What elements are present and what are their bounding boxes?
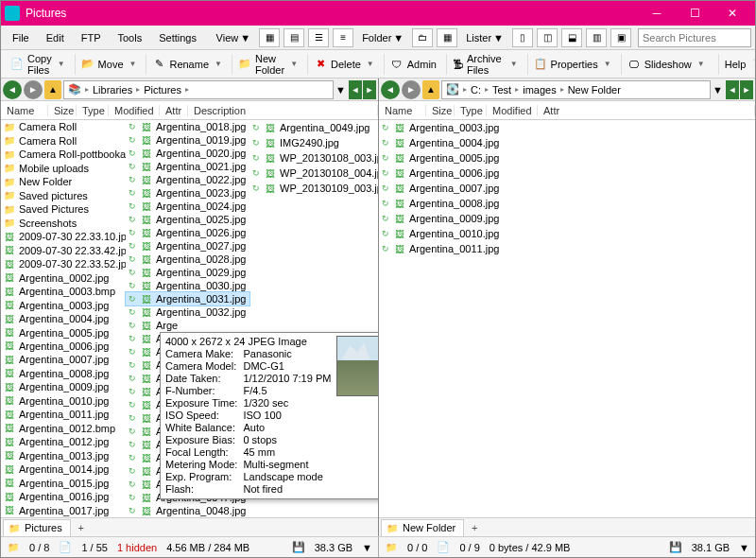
up-button[interactable]: ▲ (422, 80, 439, 99)
bc-drive-icon[interactable]: 💽 (446, 83, 459, 96)
file-item[interactable]: ↻🖼Argentina_0023.jpg (126, 186, 249, 200)
col-modified[interactable]: Modified (487, 105, 538, 116)
lister-dropdown[interactable]: Lister▼ (460, 30, 509, 45)
file-item[interactable]: 🖼Argentina_0003.jpg (1, 298, 126, 311)
file-item[interactable]: 🖼2009-07-30 22.33.52.jpg (1, 257, 126, 270)
file-item[interactable]: ↻🖼Argentina_0011.jpg (379, 241, 568, 256)
forward-button[interactable]: ► (402, 80, 421, 99)
file-item[interactable]: ↻🖼Argentina_0007.jpg (379, 181, 568, 196)
copy-files-button[interactable]: 📄Copy Files▼ (5, 54, 71, 75)
file-item[interactable]: ↻🖼Argentina_0025.jpg (126, 213, 249, 226)
col-size[interactable]: Size (48, 105, 77, 116)
file-item[interactable]: 🖼Argentina_0003.bmp (1, 285, 126, 298)
right-file-area[interactable]: ↻🖼Argentina_0003.jpg↻🖼Argentina_0004.jpg… (379, 120, 755, 517)
new-folder-button[interactable]: 📁New Folder▼ (232, 54, 303, 75)
file-item[interactable]: ↻🖼Argentina_0032.jpg (126, 305, 249, 319)
breadcrumb-segment[interactable]: Test (492, 84, 511, 96)
rename-button[interactable]: ✎Rename▼ (146, 54, 228, 75)
swap-left-icon[interactable]: ◄ (726, 80, 739, 99)
search-input[interactable] (638, 28, 751, 47)
add-tab-button[interactable]: + (466, 519, 483, 536)
layout-dual-vert-icon[interactable]: ◫ (537, 28, 558, 47)
col-attr[interactable]: Attr (160, 105, 188, 116)
file-item[interactable]: ↻🖼Argentina_0018.jpg (126, 120, 249, 133)
folder-item[interactable]: 📁New Folder (1, 175, 126, 188)
file-item[interactable]: ↻🖼Argentina_0004.jpg (379, 135, 568, 150)
maximize-button[interactable]: ☐ (676, 1, 713, 26)
file-item[interactable]: 🖼Argentina_0015.jpg (1, 477, 126, 490)
view-dropdown[interactable]: View▼ (211, 30, 257, 45)
admin-button[interactable]: 🛡Admin (384, 54, 442, 75)
col-name[interactable]: Name (379, 105, 426, 116)
file-item[interactable]: 🖼Argentina_0013.jpg (1, 449, 126, 462)
breadcrumb-history[interactable]: ▼ (713, 84, 723, 96)
back-button[interactable]: ◄ (3, 80, 22, 99)
file-item[interactable]: 🖼2009-07-30 22.33.10.jpg (1, 230, 126, 243)
help-button[interactable]: Help❔▼ (718, 54, 756, 75)
file-item[interactable]: ↻🖼Argentina_0031.jpg (126, 292, 249, 305)
view-small-icons[interactable]: ▤ (284, 28, 304, 47)
folder-item[interactable]: 📁Camera Roll (1, 133, 126, 147)
breadcrumb-history[interactable]: ▼ (335, 84, 346, 96)
file-item[interactable]: 🖼Argentina_0014.jpg (1, 462, 126, 476)
file-item[interactable]: 🖼Argentina_0012.jpg (1, 435, 126, 448)
col-type[interactable]: Type (77, 105, 109, 116)
up-button[interactable]: ▲ (44, 80, 61, 99)
right-tab[interactable]: 📁New Folder (381, 519, 464, 536)
breadcrumb-segment[interactable]: Libraries (93, 84, 132, 96)
file-item[interactable]: ↻🖼Argentina_0008.jpg (379, 196, 568, 211)
swap-right-icon[interactable]: ► (740, 80, 753, 99)
folder-item[interactable]: 📁Mobile uploads (1, 161, 126, 174)
col-size[interactable]: Size (426, 105, 455, 116)
status-menu[interactable]: ▼ (362, 542, 372, 553)
archive-button[interactable]: 🗜Archive Files▼ (446, 54, 524, 75)
folder-item[interactable]: 📁Screenshots (1, 216, 126, 229)
minimize-button[interactable]: ─ (638, 1, 676, 26)
menu-settings[interactable]: Settings (151, 29, 204, 46)
layout-preview-icon[interactable]: ▣ (610, 28, 631, 47)
close-button[interactable]: ✕ (713, 1, 751, 26)
file-item[interactable]: ↻🖼Argentina_0005.jpg (379, 150, 568, 166)
left-file-area[interactable]: 📁Camera Roll📁Camera Roll📁Camera Roll-pot… (1, 120, 378, 517)
menu-tools[interactable]: Tools (110, 29, 149, 46)
view-large-icons[interactable]: ▦ (259, 28, 280, 47)
status-menu[interactable]: ▼ (739, 542, 749, 553)
properties-button[interactable]: 📋Properties▼ (527, 54, 617, 75)
file-item[interactable]: ↻🖼Argentina_0022.jpg (126, 173, 249, 186)
file-item[interactable]: ↻🖼Argentina_0048.jpg (126, 504, 249, 517)
file-item[interactable]: 🖼Argentina_0004.jpg (1, 312, 126, 325)
col-desc[interactable]: Description (188, 105, 378, 116)
file-item[interactable]: ↻🖼WP_20130108_003.jpg (249, 150, 378, 166)
file-item[interactable]: ↻🖼Argentina_0028.jpg (126, 253, 249, 266)
breadcrumb-segment[interactable]: New Folder (568, 84, 621, 96)
file-item[interactable]: 🖼Argentina_0012.bmp (1, 422, 126, 435)
slideshow-button[interactable]: 🖵Slideshow▼ (621, 54, 711, 75)
file-item[interactable]: ↻🖼WP_20130109_003.jpg (249, 181, 378, 196)
file-item[interactable]: ↻🖼Argentina_0021.jpg (126, 160, 249, 173)
file-item[interactable]: 🖼Argentina_0010.jpg (1, 394, 126, 408)
folder-item[interactable]: 📁Camera Roll (1, 120, 126, 133)
file-item[interactable]: ↻🖼Argentina_0027.jpg (126, 239, 249, 253)
menu-ftp[interactable]: FTP (74, 29, 109, 46)
back-button[interactable]: ◄ (381, 80, 400, 99)
folder-grid-icon[interactable]: ▦ (437, 28, 457, 47)
col-modified[interactable]: Modified (109, 105, 160, 116)
file-item[interactable]: ↻🖼Argentina_0049.jpg (249, 120, 378, 135)
file-item[interactable]: ↻🖼Argentina_0006.jpg (379, 166, 568, 181)
forward-button[interactable]: ► (24, 80, 43, 99)
left-tab[interactable]: 📁Pictures (3, 519, 71, 536)
move-button[interactable]: 📂Move▼ (75, 54, 143, 75)
file-item[interactable]: 🖼Argentina_0009.jpg (1, 380, 126, 393)
menu-edit[interactable]: Edit (39, 29, 72, 46)
view-list[interactable]: ☰ (308, 28, 329, 47)
file-item[interactable]: 🖼Argentina_0007.jpg (1, 353, 126, 366)
folder-dropdown[interactable]: Folder▼ (356, 30, 409, 45)
layout-single-icon[interactable]: ▯ (512, 28, 533, 47)
folder-item[interactable]: 📁Saved pictures (1, 188, 126, 201)
folder-item[interactable]: 📁Saved Pictures (1, 202, 126, 216)
file-item[interactable]: 🖼Argentina_0008.jpg (1, 367, 126, 380)
layout-dual-horiz-icon[interactable]: ⬓ (561, 28, 582, 47)
file-item[interactable]: ↻🖼Argentina_0026.jpg (126, 226, 249, 239)
file-item[interactable]: 🖼Argentina_0005.jpg (1, 325, 126, 339)
menu-file[interactable]: File (5, 29, 37, 46)
